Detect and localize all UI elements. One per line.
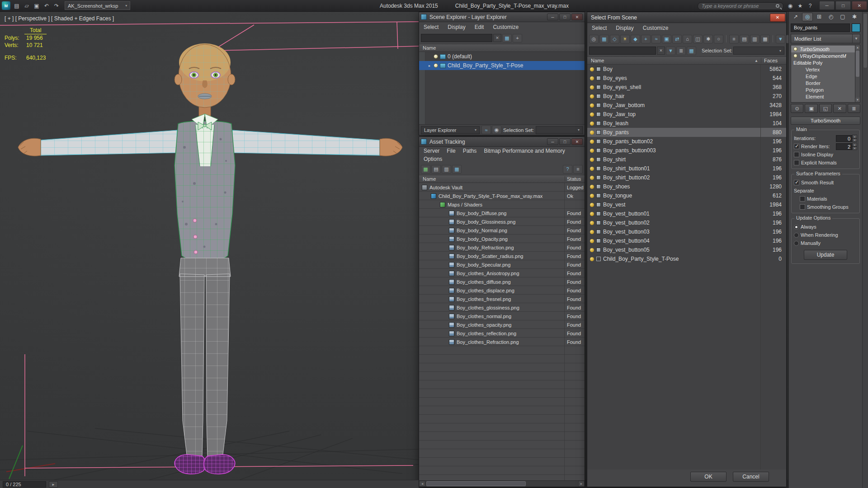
asset-row[interactable]: Boy_body_Normal.png Found xyxy=(419,226,585,235)
open-file-icon[interactable]: ▱ xyxy=(22,2,31,10)
close-button[interactable]: ✕ xyxy=(770,14,785,22)
asset-row[interactable]: Boy_body_Glossiness.png Found xyxy=(419,217,585,226)
scene-object-row[interactable]: Boy_shirt_button01 196 xyxy=(587,164,786,173)
asset-table-icon[interactable]: ▦ xyxy=(452,165,462,174)
scene-object-row[interactable]: Boy_vest_button02 196 xyxy=(587,218,786,227)
explicit-normals-checkbox[interactable] xyxy=(794,160,799,165)
scene-object-row[interactable]: Boy_vest 1984 xyxy=(587,200,786,209)
scene-object-row[interactable]: Boy_hair 270 xyxy=(587,92,786,101)
scroll-right-icon[interactable]: ▸ xyxy=(578,481,585,487)
modifier-stack-row[interactable]: Element xyxy=(791,93,855,100)
asset-row[interactable]: Maps / Shaders xyxy=(419,200,585,209)
undo-icon[interactable]: ↶ xyxy=(42,2,51,10)
modify-tab[interactable]: ◎ xyxy=(802,13,813,21)
column-config-icon[interactable]: ▦ xyxy=(687,47,696,55)
object-name-field[interactable] xyxy=(791,23,850,32)
show-geometry-icon[interactable]: ▦ xyxy=(599,35,609,43)
menu-item[interactable]: Options xyxy=(424,156,442,162)
name-column-header[interactable]: Name xyxy=(419,176,565,182)
show-shapes-icon[interactable]: ◇ xyxy=(610,35,619,43)
layer-row[interactable]: ▸ Child_Boy_Party_Style_T-Pose xyxy=(419,61,585,70)
cancel-button[interactable]: Cancel xyxy=(733,472,769,482)
menu-item[interactable]: Server xyxy=(424,148,439,154)
configure-modifier-sets-icon[interactable]: ≣ xyxy=(848,104,860,113)
hierarchy-tab[interactable]: ⊞ xyxy=(814,13,825,21)
layer-visibility-icon[interactable] xyxy=(434,54,438,59)
display-tab[interactable]: ▢ xyxy=(837,13,848,21)
show-containers-icon[interactable]: ◫ xyxy=(693,35,703,43)
close-button[interactable]: ✕ xyxy=(571,14,583,20)
asset-row[interactable]: Boy_clothes_opacity.png Found xyxy=(419,320,585,329)
render-iters-checkbox[interactable] xyxy=(794,144,799,149)
ok-button[interactable]: OK xyxy=(690,472,726,482)
max-logo-icon[interactable]: M xyxy=(2,1,10,10)
scene-object-row[interactable]: Boy_pants 880 xyxy=(587,128,786,137)
filter-icon[interactable]: ▼ xyxy=(776,35,785,43)
iterations-spinner[interactable]: 0 ▴▾ xyxy=(836,135,857,142)
hierarchy-view-icon[interactable]: ▤ xyxy=(740,35,749,43)
scene-explorer-title-bar[interactable]: Scene Explorer - Layer Explorer ─□✕ xyxy=(419,12,585,22)
modifier-stack-row[interactable]: Vertex xyxy=(791,66,855,73)
asset-row[interactable]: Boy_clothes_fresnel.png Found xyxy=(419,295,585,303)
remove-modifier-icon[interactable]: ✕ xyxy=(833,104,846,113)
name-column-header[interactable]: Name xyxy=(419,45,436,51)
menu-item[interactable]: Customize xyxy=(643,25,669,31)
menu-item[interactable]: Edit xyxy=(475,24,484,30)
panel-scrollbar[interactable] xyxy=(862,12,868,488)
scene-object-row[interactable]: Boy 5862 xyxy=(587,65,786,74)
object-color-swatch[interactable] xyxy=(852,23,860,32)
asset-row[interactable]: Boy_body_Scatter_radius.png Found xyxy=(419,252,585,260)
modifier-stack-row[interactable]: TurboSmooth xyxy=(791,46,855,52)
minimize-button[interactable]: ─ xyxy=(547,14,558,20)
clear-search-icon[interactable]: ✕ xyxy=(493,34,501,42)
options-icon[interactable]: ≡ xyxy=(573,165,583,174)
dialog-title-bar[interactable]: Select From Scene ✕ xyxy=(587,12,786,23)
scene-object-row[interactable]: Boy_vest_button01 196 xyxy=(587,209,786,218)
column-chooser-icon[interactable]: ▦ xyxy=(760,35,770,43)
scene-object-row[interactable]: Boy_shoes 1280 xyxy=(587,182,786,191)
scene-object-row[interactable]: Boy_Jaw_top 1984 xyxy=(587,110,786,119)
asset-row[interactable]: Boy_clothes_Refraction.png Found xyxy=(419,338,585,346)
menu-item[interactable]: Display xyxy=(448,24,465,30)
pin-stack-icon[interactable]: ⊙ xyxy=(791,104,803,113)
asset-row[interactable]: Boy_body_Refraction.png Found xyxy=(419,243,585,252)
show-xrefs-icon[interactable]: ⇄ xyxy=(672,35,682,43)
scene-object-row[interactable]: Boy_eyes 544 xyxy=(587,74,786,83)
render-iters-spinner[interactable]: 2 ▴▾ xyxy=(836,143,857,150)
object-search-box[interactable] xyxy=(589,47,656,55)
search-input[interactable] xyxy=(702,3,773,9)
close-button[interactable]: ✕ xyxy=(571,138,583,145)
help-icon[interactable]: ? xyxy=(806,2,815,10)
horizontal-scrollbar[interactable]: ◂ ▸ xyxy=(419,480,585,487)
scene-object-row[interactable]: Boy_tongue 612 xyxy=(587,191,786,200)
spinner-arrows[interactable]: ▴▾ xyxy=(852,143,857,150)
minimize-button[interactable]: ─ xyxy=(547,138,558,145)
when-rendering-radio[interactable] xyxy=(794,233,799,238)
modifier-stack-row[interactable]: Edge xyxy=(791,73,855,80)
layer-visibility-icon[interactable] xyxy=(434,63,438,68)
scrollbar-thumb[interactable] xyxy=(426,481,526,486)
viewport-label[interactable]: [ + ] [ Perspective ] [ Shaded + Edged F… xyxy=(5,15,114,22)
layer-search-input[interactable] xyxy=(423,35,490,41)
menu-item[interactable]: Paths xyxy=(463,148,477,154)
turbosmooth-rollout-header[interactable]: TurboSmooth xyxy=(791,117,860,125)
sign-in-icon[interactable]: ◉ xyxy=(786,2,795,10)
layer-list-header[interactable]: Name xyxy=(419,44,585,52)
pick-layer-icon[interactable]: + xyxy=(513,34,522,42)
detail-view-icon[interactable]: ▥ xyxy=(750,35,760,43)
scene-object-row[interactable]: Boy_vest_button05 196 xyxy=(587,245,786,254)
menu-item[interactable]: File xyxy=(447,148,455,154)
materials-checkbox[interactable] xyxy=(800,196,805,202)
scene-object-row[interactable]: Boy_leash 104 xyxy=(587,119,786,128)
save-file-icon[interactable]: ▣ xyxy=(32,2,41,10)
asset-list-icon[interactable]: ▤ xyxy=(431,165,441,174)
asset-row[interactable]: Autodesk Vault Logged xyxy=(419,183,585,192)
redo-icon[interactable]: ↷ xyxy=(52,2,61,10)
make-unique-icon[interactable]: ◱ xyxy=(819,104,832,113)
render-iters-value[interactable]: 2 xyxy=(836,143,852,150)
smooth-result-checkbox[interactable] xyxy=(794,180,799,185)
status-column-header[interactable]: Status xyxy=(565,176,585,182)
layer-search-box[interactable] xyxy=(421,34,492,42)
show-hidden-icon[interactable]: ○ xyxy=(714,35,723,43)
show-end-result-icon[interactable]: ▣ xyxy=(805,104,817,113)
